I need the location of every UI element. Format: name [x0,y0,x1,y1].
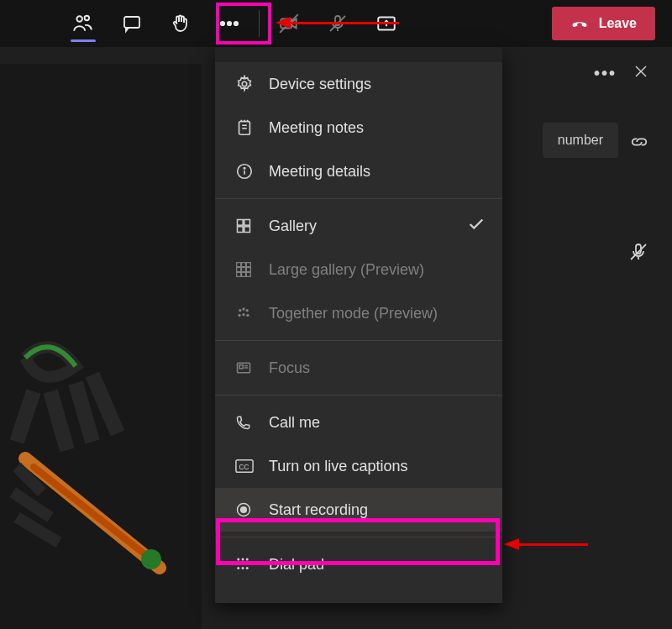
svg-point-37 [242,313,244,316]
menu-label: Focus [269,359,310,377]
info-icon [235,162,269,181]
menu-device-settings[interactable]: Device settings [215,62,502,106]
grid-icon [235,218,269,234]
menu-meeting-details[interactable]: Meeting details [215,149,502,193]
menu-label: Meeting notes [269,119,364,137]
participant-muted-icon [628,242,648,265]
focus-icon [235,359,269,376]
gear-icon [235,75,269,93]
svg-point-53 [237,567,239,569]
menu-label: Device settings [269,76,371,93]
menu-call-me[interactable]: Call me [215,401,502,444]
svg-point-4 [228,22,231,25]
menu-large-gallery: Large gallery (Preview) [215,248,502,291]
svg-rect-27 [237,268,241,272]
menu-focus: Focus [215,346,502,390]
menu-meeting-notes[interactable]: Meeting notes [215,106,502,149]
svg-text:CC: CC [239,464,249,471]
menu-separator [215,340,502,341]
svg-point-33 [239,309,241,312]
svg-rect-28 [242,268,246,272]
annotation-arrow-record [517,543,588,546]
svg-rect-40 [239,365,243,369]
number-chip[interactable]: number [543,123,618,158]
menu-label: Call me [269,414,320,432]
svg-point-0 [76,16,82,21]
menu-label: Gallery [269,218,317,235]
cc-icon: CC [235,459,269,474]
hangup-icon [570,14,589,33]
large-grid-icon [235,261,269,278]
menu-separator [215,537,502,537]
menu-live-captions[interactable]: CC Turn on live captions [215,444,502,488]
raise-hand-button[interactable] [156,0,205,47]
menu-gallery[interactable]: Gallery [215,204,502,248]
menu-separator [215,395,502,396]
svg-point-5 [234,22,238,25]
phone-icon [235,414,269,431]
dialpad-icon [235,557,269,572]
svg-point-38 [246,314,249,317]
panel-close-button[interactable] [633,64,648,83]
menu-dial-pad[interactable]: Dial pad [215,543,502,586]
annotation-arrow-top [290,22,399,24]
toolbar-divider [259,10,260,37]
svg-point-34 [242,307,244,310]
svg-rect-26 [246,263,250,267]
svg-point-35 [246,309,249,312]
svg-rect-23 [244,227,250,233]
svg-rect-29 [246,268,250,272]
svg-rect-2 [124,17,139,28]
link-icon[interactable] [630,133,648,155]
notes-icon [235,118,269,137]
svg-point-19 [244,168,244,169]
svg-rect-22 [238,227,244,233]
svg-point-36 [238,314,240,317]
svg-point-13 [242,81,247,86]
menu-start-recording[interactable]: Start recording [215,488,502,532]
annotation-arrowhead-top [276,17,291,29]
svg-point-51 [242,563,244,565]
svg-rect-32 [246,272,250,276]
annotation-arrowhead-record [504,538,519,550]
svg-rect-20 [238,220,244,226]
menu-label: Meeting details [269,163,370,181]
chat-button[interactable] [108,0,156,47]
more-actions-button[interactable] [205,0,254,47]
menu-label: Large gallery (Preview) [269,261,424,279]
svg-rect-31 [242,272,246,276]
panel-controls: ••• [594,64,648,83]
panel-more-icon[interactable]: ••• [594,64,617,83]
svg-point-46 [241,507,247,513]
whiteboard-scribble [8,324,202,618]
svg-point-48 [242,558,244,561]
svg-point-47 [237,558,239,561]
svg-rect-21 [244,220,250,226]
svg-point-49 [246,558,249,561]
svg-point-1 [85,16,89,20]
menu-together-mode: Together mode (Preview) [215,291,502,335]
svg-rect-24 [237,263,241,267]
video-pane [0,64,202,629]
participants-button[interactable] [59,0,108,47]
more-actions-menu: Device settings Meeting notes Meeting de… [215,47,502,603]
menu-label: Turn on live captions [269,458,407,475]
svg-point-54 [242,567,244,569]
menu-label: Dial pad [269,556,324,574]
checkmark-icon [467,215,486,238]
leave-label: Leave [599,16,637,31]
chip-label: number [558,133,603,147]
svg-rect-25 [242,263,246,267]
people-icon [235,305,269,322]
leave-button[interactable]: Leave [552,7,655,40]
svg-point-55 [246,567,249,569]
svg-point-3 [221,22,224,25]
svg-rect-30 [237,272,241,276]
record-icon [235,501,269,518]
menu-label: Start recording [269,501,368,519]
menu-separator [215,198,502,199]
menu-label: Together mode (Preview) [269,305,438,322]
svg-point-52 [246,563,249,565]
svg-point-50 [237,563,239,565]
svg-point-12 [141,549,161,569]
